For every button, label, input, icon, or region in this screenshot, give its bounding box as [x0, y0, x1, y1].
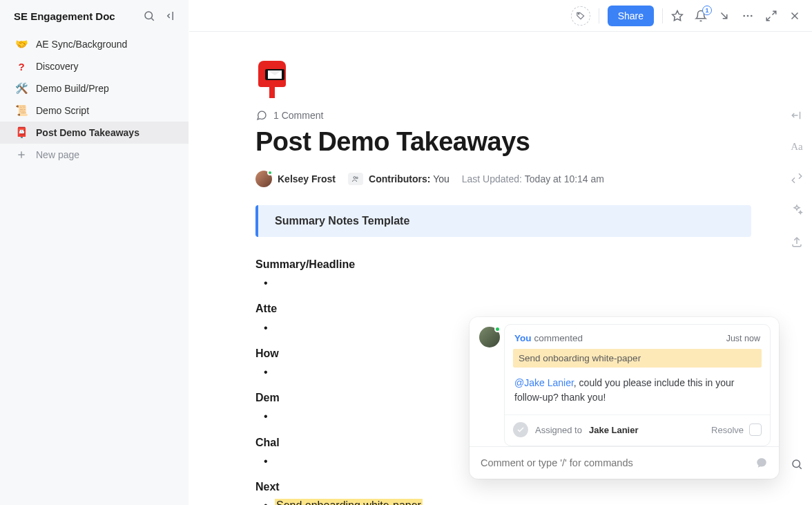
new-page-button[interactable]: New page [0, 144, 188, 166]
svg-line-12 [766, 17, 770, 20]
resolve-checkbox[interactable] [749, 423, 762, 436]
contributors-value[interactable]: You [433, 173, 450, 184]
download-icon[interactable] [718, 10, 731, 22]
check-circle-icon[interactable] [513, 422, 528, 437]
comment-thread: Youcommented Just now Send onboarding wh… [504, 324, 771, 446]
sidebar-item-label: AE Sync/Background [36, 39, 127, 50]
ai-icon[interactable] [791, 204, 803, 216]
reply-row [470, 446, 779, 479]
sidebar-page-list: 🤝AE Sync/Background ?Discovery 🛠️Demo Bu… [0, 29, 188, 166]
question-icon: ? [15, 60, 28, 73]
svg-point-5 [578, 13, 579, 15]
owner-avatar[interactable] [255, 171, 272, 187]
convert-icon[interactable] [791, 172, 803, 184]
handshake-icon: 🤝 [15, 38, 28, 50]
comment-popover: Youcommented Just now Send onboarding wh… [470, 317, 779, 479]
expand-icon[interactable] [765, 10, 777, 22]
comment-count[interactable]: 1 Comment [255, 109, 782, 122]
owner-name[interactable]: Kelsey Frost [278, 173, 336, 184]
mention[interactable]: @Jake Lanier [514, 377, 574, 388]
send-icon[interactable] [755, 457, 768, 469]
comment-time: Just now [726, 334, 760, 343]
svg-line-19 [799, 466, 801, 468]
find-icon[interactable] [791, 458, 803, 470]
comment-quote: Send onboarding white-paper [513, 349, 762, 368]
comment-author[interactable]: You [514, 333, 532, 343]
svg-marker-6 [673, 10, 683, 20]
notif-badge: 1 [702, 6, 712, 15]
plus-icon [15, 149, 28, 161]
highlighted-text: Send onboarding white-paper [275, 499, 423, 505]
page-meta: Kelsey Frost Contributors: You Last Upda… [255, 171, 782, 187]
sidebar: SE Engagement Doc 🤝AE Sync/Background ?D… [0, 0, 189, 505]
divider [662, 8, 663, 23]
sidebar-item-discovery[interactable]: ?Discovery [0, 55, 188, 77]
svg-point-10 [751, 15, 753, 17]
page-title[interactable]: Post Demo Takeaways [255, 127, 782, 157]
sidebar-item-label: Demo Build/Prep [36, 83, 109, 94]
assigned-to-label: Assigned to [535, 425, 582, 435]
section-heading: Summary/Headline [255, 255, 751, 274]
new-page-label: New page [36, 149, 79, 160]
sidebar-item-label: Post Demo Takeaways [36, 127, 139, 138]
comment-action: commented [534, 333, 583, 343]
typography-icon[interactable]: Aa [791, 141, 803, 153]
width-icon[interactable] [791, 109, 803, 122]
callout-block[interactable]: Summary Notes Template [255, 205, 751, 237]
comment-count-text: 1 Comment [273, 110, 323, 121]
callout-text: Summary Notes Template [275, 215, 735, 227]
main-content: 1 Comment Post Demo Takeaways Kelsey Fro… [189, 32, 782, 505]
svg-point-0 [145, 12, 153, 19]
notifications-icon[interactable]: 1 [695, 10, 707, 22]
sidebar-item-demo-script[interactable]: 📜Demo Script [0, 99, 188, 122]
sidebar-item-demo-build[interactable]: 🛠️Demo Build/Prep [0, 77, 188, 99]
svg-point-9 [747, 15, 749, 17]
close-icon[interactable] [789, 10, 801, 22]
sidebar-item-post-demo[interactable]: 📮Post Demo Takeaways [0, 122, 188, 144]
tools-icon: 🛠️ [15, 82, 28, 95]
more-icon[interactable] [742, 10, 754, 22]
svg-line-1 [151, 18, 153, 20]
section-heading: Next [255, 477, 751, 496]
sidebar-item-ae-sync[interactable]: 🤝AE Sync/Background [0, 33, 188, 55]
tag-button[interactable] [571, 6, 590, 26]
contributors-label: Contributors: [369, 173, 430, 184]
share-button[interactable]: Share [608, 6, 654, 26]
comment-body: @Jake Lanier, could you please include t… [505, 376, 770, 415]
sidebar-item-label: Discovery [36, 61, 78, 72]
comment-icon [255, 109, 268, 122]
svg-point-8 [743, 15, 745, 17]
star-icon[interactable] [671, 10, 684, 22]
sidebar-item-label: Demo Script [36, 105, 89, 116]
assign-row: Assigned to Jake Lanier Resolve [505, 415, 770, 446]
reply-input[interactable] [481, 457, 715, 468]
bullet-next[interactable]: Send onboarding white-paper [255, 496, 751, 505]
resolve-label[interactable]: Resolve [711, 425, 744, 435]
contributors-icon [348, 173, 363, 185]
svg-point-21 [356, 177, 358, 179]
section-heading: Atte [255, 299, 751, 318]
postbox-icon: 📮 [15, 126, 28, 139]
export-icon[interactable] [791, 236, 803, 248]
assignee-name[interactable]: Jake Lanier [589, 425, 639, 435]
last-updated-label: Last Updated: [462, 173, 522, 184]
collapse-sidebar-icon[interactable] [165, 10, 177, 22]
svg-point-20 [354, 177, 356, 179]
divider [599, 8, 599, 23]
bullet-empty[interactable] [255, 274, 751, 292]
search-icon[interactable] [143, 10, 155, 22]
page-emoji-postbox[interactable] [255, 59, 293, 99]
right-rail: Aa [782, 32, 812, 505]
svg-line-7 [722, 12, 727, 18]
sidebar-header: SE Engagement Doc [0, 0, 188, 29]
commenter-avatar[interactable] [479, 327, 500, 347]
last-updated-value: Today at 10:14 am [525, 173, 604, 184]
topbar: Share 1 [189, 0, 812, 32]
svg-point-18 [793, 460, 800, 468]
scroll-icon: 📜 [15, 104, 28, 117]
svg-line-11 [773, 11, 776, 15]
doc-title[interactable]: SE Engagement Doc [14, 10, 143, 22]
